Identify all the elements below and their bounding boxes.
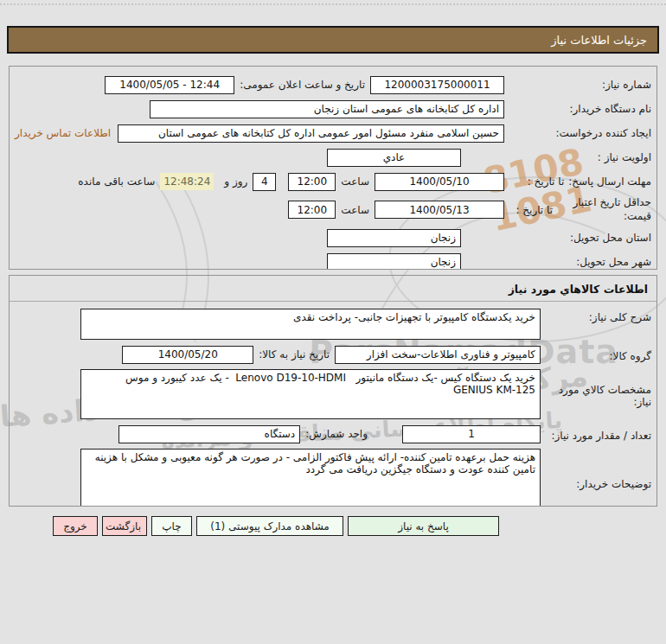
view-attachments-button[interactable]: مشاهده مدارک پیوستی (1) [196, 516, 343, 536]
price-validity-until-label: تا تاریخ : [516, 204, 553, 216]
announce-datetime-input[interactable] [105, 76, 234, 94]
respond-to-need-button[interactable]: پاسخ به نیاز [348, 516, 499, 536]
unit-label: واحد شمارش: [305, 428, 368, 440]
exit-button[interactable]: خروج [53, 516, 98, 536]
row-price-validity: حداقل تاریخ اعتبار قیمت: تا تاریخ : ساعت [15, 196, 651, 223]
deadline-label: مهلت ارسال پاسخ: [568, 175, 651, 188]
need-number-input[interactable] [370, 76, 504, 94]
deadline-time-input[interactable] [288, 173, 336, 191]
priority-label: اولویت نیاز : [598, 151, 651, 163]
need-date-input[interactable] [122, 346, 253, 364]
row-requester: ایجاد کننده درخواست: اطلاعات تماس خریدار [15, 124, 651, 143]
row-need-number: شماره نیاز: تاریخ و ساعت اعلان عمومی: [15, 75, 651, 94]
price-validity-hour-label: ساعت [341, 204, 369, 216]
priority-input[interactable] [327, 149, 461, 167]
category-label: گروه کالا: [610, 350, 652, 362]
row-buyer-notes: توضیحات خریدار: هزینه حمل برعهده تامین ک… [15, 449, 651, 507]
print-button[interactable]: چاپ [151, 516, 192, 536]
deadline-date-input[interactable] [375, 173, 504, 191]
row-deadline: مهلت ارسال پاسخ: تا تاریخ : ساعت روز و 1… [15, 172, 651, 191]
buyer-org-label: نام دستگاه خریدار: [570, 103, 652, 115]
row-province: استان محل تحویل: [15, 228, 651, 247]
page-title: جزئیات اطلاعات نیاز [7, 26, 659, 54]
buyer-notes-textarea[interactable]: هزینه حمل برعهده تامین کننده- ارائه پیش … [80, 449, 541, 507]
unit-input[interactable] [118, 425, 300, 443]
section-need-info: شماره نیاز: تاریخ و ساعت اعلان عمومی: نا… [9, 66, 657, 270]
specs-textarea[interactable]: خرید یک دستگاه کیس -یک دستگاه مانیتور Le… [80, 369, 541, 419]
page: { "title_bar": { "label": "جزئیات اطلاعا… [0, 0, 666, 644]
row-category: گروه کالا: تاریخ نیاز به کالا: [15, 345, 651, 364]
city-input[interactable] [327, 253, 461, 270]
row-priority: اولویت نیاز : [15, 148, 651, 167]
countdown-timer: 12:48:24 [160, 173, 214, 190]
row-quantity: تعداد / مقدار مورد نیاز: واحد شمارش: [15, 424, 651, 443]
province-input[interactable] [327, 229, 461, 247]
buyer-org-input[interactable] [150, 100, 504, 118]
price-validity-time-input[interactable] [288, 201, 336, 219]
requester-label: ایجاد کننده درخواست: [555, 127, 651, 139]
overall-desc-textarea[interactable]: خرید یکدستگاه کامپیوتر با تجهیزات جانبی-… [80, 309, 541, 340]
actions-toolbar: پاسخ به نیاز مشاهده مدارک پیوستی (1) چاپ… [53, 516, 499, 536]
row-specs: مشخصات کالاي مورد نیاز: خرید یک دستگاه ک… [15, 369, 651, 419]
province-label: استان محل تحویل: [570, 232, 651, 244]
quantity-label: تعداد / مقدار مورد نیاز: [551, 430, 651, 442]
deadline-until-label: تا تاریخ : [528, 175, 565, 188]
category-input[interactable] [335, 346, 541, 364]
price-validity-label: حداقل تاریخ اعتبار قیمت: [554, 196, 651, 223]
price-validity-date-input[interactable] [375, 201, 504, 219]
page-title-label: جزئیات اطلاعات نیاز [551, 34, 647, 47]
top-dotted-divider [0, 3, 666, 5]
overall-desc-label: شرح کلی نیاز: [589, 311, 651, 323]
goods-section-divider [10, 301, 656, 302]
requester-input[interactable] [118, 124, 504, 143]
row-buyer-org: نام دستگاه خریدار: [15, 99, 651, 118]
buyer-contact-link[interactable]: اطلاعات تماس خریدار [15, 127, 111, 139]
need-number-label: شماره نیاز: [602, 79, 651, 91]
row-overall-desc: شرح کلی نیاز: خرید یکدستگاه کامپیوتر با … [15, 309, 651, 340]
buyer-notes-label: توضیحات خریدار: [576, 478, 651, 490]
remaining-hours-label: ساعت باقی مانده [78, 175, 155, 188]
row-city: شهر محل تحویل: [15, 252, 651, 270]
need-date-label: تاریخ نیاز به کالا: [259, 348, 330, 360]
specs-label: مشخصات کالاي مورد نیاز: [559, 384, 651, 408]
section-goods-info: اطلاعات کالاهاي مورد نیاز شرح کلی نیاز: … [9, 275, 657, 507]
city-label: شهر محل تحویل: [576, 256, 651, 268]
remaining-days-label: روز و [224, 175, 247, 188]
goods-section-title: اطلاعات کالاهاي مورد نیاز [15, 281, 651, 301]
back-button[interactable]: بازگشت [102, 516, 147, 536]
deadline-hour-label: ساعت [341, 175, 369, 188]
remaining-days-input[interactable] [253, 173, 276, 191]
quantity-input[interactable] [402, 425, 541, 443]
announce-label: تاریخ و ساعت اعلان عمومی: [240, 79, 365, 91]
